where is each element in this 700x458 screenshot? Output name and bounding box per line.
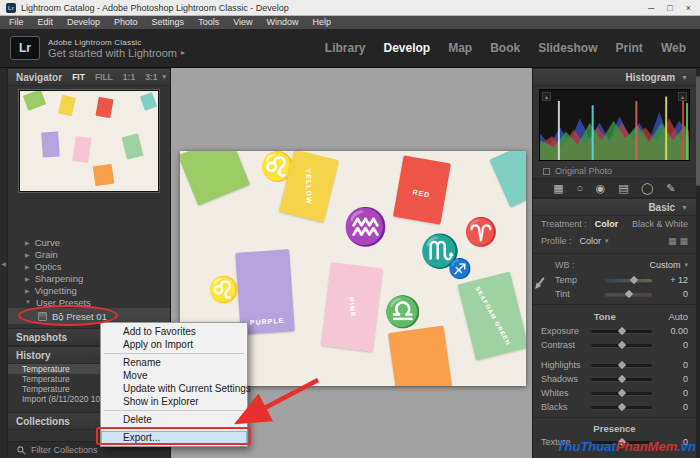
histogram-title: Histogram [626,72,675,83]
right-scrollbar[interactable] [696,68,700,458]
navigator-preview[interactable] [19,90,159,192]
profile-select[interactable]: Color [580,236,602,246]
menu-item-update-with-current-settings[interactable]: Update with Current Settings [101,382,247,395]
wb-row: WB : Custom ▾ [547,257,696,273]
module-slideshow[interactable]: Slideshow [538,41,597,55]
menu-edit[interactable]: Edit [31,16,61,29]
preset-group-vignetting[interactable]: ▶Vignetting [8,284,170,296]
user-presets-label: User Presets [36,297,91,308]
lightroom-logo: Lr [10,36,40,60]
card-label: RED [412,188,431,198]
contrast-slider[interactable] [591,344,652,347]
zoom-fill-button[interactable]: FILL [95,72,113,82]
profile-browse-icon[interactable]: ▦ [679,236,688,246]
treatment-bw-button[interactable]: Black & White [632,219,688,229]
menu-help[interactable]: Help [306,16,339,29]
card-label: YELLOW [305,168,313,204]
minimize-button[interactable]: ─ [648,0,654,16]
zoom-fit-button[interactable]: FIT [72,72,85,82]
card-orange [388,325,452,386]
adjustment-brush-tool-icon[interactable]: ✎ [666,182,675,195]
whites-value[interactable]: 0 [658,388,688,398]
chevron-down-icon[interactable]: ▾ [605,237,609,245]
preset-icon [38,312,47,321]
menu-window[interactable]: Window [260,16,306,29]
basic-panel-header[interactable]: Basic ▼ [533,198,696,216]
blacks-value[interactable]: 0 [658,402,688,412]
module-develop[interactable]: Develop [384,41,431,55]
treatment-color-button[interactable]: Color [595,219,619,229]
wb-select[interactable]: Custom [649,260,680,270]
zoom-1-1-button[interactable]: 1:1 [123,72,135,82]
spot-removal-tool-icon[interactable]: ○ [576,182,583,194]
exposure-value[interactable]: 0.00 [658,326,688,336]
scrollbar-thumb[interactable] [696,76,700,186]
window-controls: ─ □ × [648,0,694,16]
menu-item-rename[interactable]: Rename [101,356,247,369]
blacks-slider[interactable] [591,406,652,409]
close-button[interactable]: × [686,0,691,16]
menu-item-apply-on-import[interactable]: Apply on Import [101,338,247,351]
radial-filter-tool-icon[interactable]: ◯ [641,182,653,195]
preset-group-grain[interactable]: ▶Grain [8,248,170,260]
left-panel-collapse-strip[interactable]: ◀ [0,68,8,458]
identity-subtitle[interactable]: Get started with Lightroom [48,47,177,59]
graduated-filter-tool-icon[interactable]: ▤ [618,182,628,195]
module-book[interactable]: Book [490,41,520,55]
preset-group-optics[interactable]: ▶Optics [8,260,170,272]
zoom-dropdown-icon[interactable]: ▾ [162,73,166,81]
menu-item-export[interactable]: Export... [101,431,247,444]
module-map[interactable]: Map [448,41,472,55]
preset-group-sharpening[interactable]: ▶Sharpening [8,272,170,284]
temp-slider[interactable] [605,279,652,282]
exposure-slider[interactable] [591,330,652,333]
profile-grid-icon[interactable]: ▦ [668,236,677,246]
menu-item-show-in-explorer[interactable]: Show in Explorer [101,395,247,408]
menu-develop[interactable]: Develop [60,16,107,29]
menu-photo[interactable]: Photo [107,16,145,29]
titlebar: Lr Lightroom Catalog - Adobe Photoshop L… [0,0,700,16]
chevron-down-icon[interactable]: ▾ [684,261,688,269]
preview-card [140,92,157,111]
menu-view[interactable]: View [226,16,259,29]
filter-collections-label: Filter Collections [31,445,98,455]
texture-value[interactable]: 0 [658,437,688,447]
highlights-value[interactable]: 0 [658,360,688,370]
menu-tools[interactable]: Tools [191,16,226,29]
zoom-3-1-button[interactable]: 3:1 [145,72,157,82]
preset-group-user-presets[interactable]: ▼User Presets [8,296,170,308]
contrast-value[interactable]: 0 [658,340,688,350]
whites-slider[interactable] [591,392,652,395]
module-web[interactable]: Web [661,41,686,55]
tint-value[interactable]: 0 [658,289,688,299]
histogram[interactable]: ▲ ▲ [539,89,690,161]
highlight-clipping-icon[interactable]: ▲ [678,92,687,101]
preset-group-curve[interactable]: ▶Curve [8,236,170,248]
collapse-left-icon: ◀ [1,260,6,267]
menu-item-move[interactable]: Move [101,369,247,382]
tone-label: Tone [541,311,668,322]
shadow-clipping-icon[interactable]: ▲ [542,92,551,101]
temp-value[interactable]: + 12 [658,275,688,285]
contrast-slider-row: Contrast 0 [533,338,696,352]
white-balance-eyedropper-icon[interactable] [537,277,544,285]
module-picker: Library Develop Map Book Slideshow Print… [325,41,690,55]
module-print[interactable]: Print [616,41,643,55]
menu-settings[interactable]: Settings [145,16,192,29]
menu-item-add-to-favorites[interactable]: Add to Favorites [101,325,247,338]
shadows-value[interactable]: 0 [658,374,688,384]
highlights-slider[interactable] [591,364,652,367]
tint-slider[interactable] [605,293,652,296]
navigator-panel-header[interactable]: Navigator FIT FILL 1:1 3:1 ▾ [8,68,170,86]
crop-tool-icon[interactable]: ▦ [553,182,563,195]
texture-slider[interactable] [591,441,652,444]
menu-item-delete[interactable]: Delete [101,413,247,426]
menu-file[interactable]: File [2,16,31,29]
preview-card [58,95,76,117]
histogram-panel-header[interactable]: Histogram ▼ [533,68,696,86]
maximize-button[interactable]: □ [667,0,672,16]
red-eye-tool-icon[interactable]: ◉ [596,182,606,195]
shadows-slider[interactable] [591,378,652,381]
auto-button[interactable]: Auto [668,311,688,322]
module-library[interactable]: Library [325,41,366,55]
